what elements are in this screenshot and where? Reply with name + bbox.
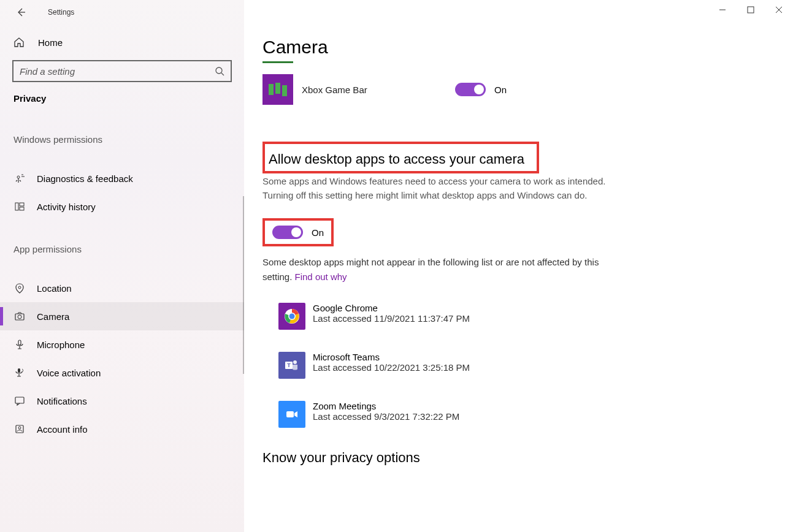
svg-rect-10 [15, 397, 24, 403]
search-icon [215, 66, 224, 76]
svg-point-0 [216, 67, 222, 74]
svg-point-23 [293, 360, 297, 364]
close-button[interactable] [765, 0, 793, 20]
sidebar-item-account-info[interactable]: Account info [0, 415, 244, 443]
sidebar-item-label: Location [37, 283, 72, 294]
xbox-game-bar-icon [262, 74, 293, 105]
arrow-left-icon [16, 7, 26, 17]
app-name: Microsoft Teams [313, 352, 470, 362]
sidebar-item-label: Activity history [37, 202, 96, 212]
svg-rect-14 [269, 84, 274, 95]
camera-icon [13, 311, 26, 322]
back-button[interactable] [11, 2, 31, 22]
xbox-game-bar-toggle[interactable] [455, 83, 486, 96]
sidebar-item-diagnostics[interactable]: Diagnostics & feedback [0, 164, 244, 192]
sidebar-item-microphone[interactable]: Microphone [0, 330, 244, 359]
voice-icon [13, 367, 26, 378]
sidebar-item-label: Diagnostics & feedback [37, 173, 133, 184]
next-section-heading: Know your privacy options [262, 450, 793, 466]
title-underline [262, 61, 293, 63]
find-out-why-link[interactable]: Find out why [295, 272, 347, 282]
location-icon [13, 283, 26, 294]
group-header-app-permissions: App permissions [0, 244, 244, 260]
xbox-toggle-state: On [494, 85, 507, 95]
teams-icon: T [278, 352, 305, 379]
app-entry-teams: T Microsoft Teams Last accessed 10/22/20… [278, 352, 793, 379]
sidebar: Settings Home Privacy Windows permission… [0, 0, 244, 532]
sidebar-item-voice-activation[interactable]: Voice activation [0, 359, 244, 387]
svg-rect-2 [15, 203, 18, 210]
sidebar-item-notifications[interactable]: Notifications [0, 387, 244, 415]
minimize-button[interactable] [708, 0, 737, 20]
diagnostics-icon [13, 173, 26, 184]
chrome-icon [278, 303, 305, 330]
svg-point-12 [18, 427, 21, 429]
svg-point-20 [289, 314, 295, 319]
main-content: Camera Xbox Game Bar On Allow desktop ap… [244, 0, 793, 532]
desktop-toggle-state: On [312, 227, 324, 238]
svg-text:T: T [287, 362, 291, 368]
titlebar: Settings [0, 0, 244, 25]
app-name: Zoom Meetings [313, 401, 459, 411]
close-icon [775, 6, 783, 13]
desktop-apps-list: Google Chrome Last accessed 11/9/2021 11… [262, 303, 793, 428]
svg-rect-24 [286, 411, 294, 417]
svg-rect-3 [20, 203, 24, 206]
xbox-game-bar-row: Xbox Game Bar On [262, 74, 793, 105]
search-input[interactable] [20, 66, 215, 77]
category-label: Privacy [0, 93, 244, 104]
sidebar-item-label: Notifications [37, 396, 87, 406]
window-title: Settings [48, 8, 74, 17]
zoom-icon [278, 401, 305, 428]
app-meta: Last accessed 10/22/2021 3:25:18 PM [313, 362, 470, 373]
window-controls [708, 0, 793, 20]
app-entry-chrome: Google Chrome Last accessed 11/9/2021 11… [278, 303, 793, 330]
highlight-box-heading: Allow desktop apps to access your camera [262, 142, 539, 173]
account-icon [13, 424, 26, 435]
svg-point-7 [18, 315, 21, 319]
maximize-button[interactable] [737, 0, 765, 20]
svg-rect-13 [748, 7, 754, 13]
page-title: Camera [262, 37, 793, 58]
xbox-game-bar-label: Xbox Game Bar [302, 85, 455, 95]
sidebar-item-label: Camera [37, 311, 69, 322]
sidebar-item-location[interactable]: Location [0, 274, 244, 302]
minimize-icon [719, 6, 726, 13]
home-label: Home [38, 37, 63, 48]
sidebar-item-label: Microphone [37, 340, 85, 350]
sidebar-item-activity-history[interactable]: Activity history [0, 192, 244, 221]
maximize-icon [747, 6, 754, 13]
svg-rect-15 [275, 83, 280, 94]
svg-point-5 [18, 286, 21, 289]
desktop-apps-toggle[interactable] [272, 226, 303, 239]
home-icon [13, 37, 26, 48]
svg-rect-9 [18, 368, 20, 373]
sidebar-item-label: Voice activation [37, 368, 101, 378]
home-nav[interactable]: Home [0, 25, 244, 60]
notifications-icon [13, 395, 26, 406]
microphone-icon [13, 339, 26, 350]
highlight-box-toggle: On [262, 218, 334, 246]
app-entry-zoom: Zoom Meetings Last accessed 9/3/2021 7:3… [278, 401, 793, 428]
group-header-windows-permissions: Windows permissions [0, 134, 244, 151]
desktop-apps-description: Some apps and Windows features need to a… [262, 175, 606, 202]
app-meta: Last accessed 9/3/2021 7:32:22 PM [313, 411, 459, 422]
app-meta: Last accessed 11/9/2021 11:37:47 PM [313, 313, 470, 324]
app-name: Google Chrome [313, 303, 470, 313]
sidebar-item-camera[interactable]: Camera [0, 302, 244, 330]
desktop-apps-heading: Allow desktop apps to access your camera [269, 151, 524, 167]
svg-rect-16 [282, 85, 287, 96]
svg-rect-8 [18, 340, 21, 345]
svg-point-1 [17, 176, 20, 178]
history-icon [13, 201, 26, 212]
list-preamble: Some desktop apps might not appear in th… [262, 255, 606, 284]
search-box[interactable] [12, 60, 232, 82]
sidebar-item-label: Account info [37, 424, 88, 435]
svg-rect-4 [20, 207, 24, 210]
